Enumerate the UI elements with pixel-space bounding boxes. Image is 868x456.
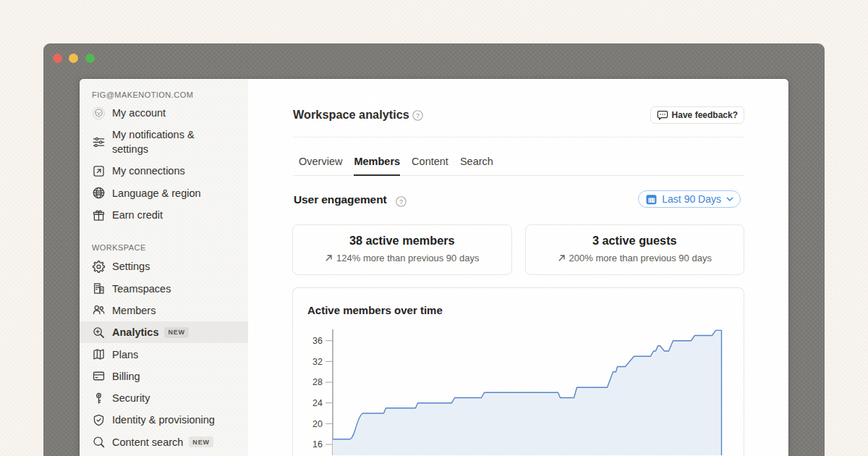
svg-text:20: 20 xyxy=(312,419,323,429)
svg-text:32: 32 xyxy=(312,357,323,367)
svg-text:?: ? xyxy=(416,112,420,119)
svg-text:36: 36 xyxy=(312,336,323,346)
svg-text:16: 16 xyxy=(312,439,323,449)
svg-text:?: ? xyxy=(399,198,403,206)
svg-text:24: 24 xyxy=(312,398,323,408)
svg-text:28: 28 xyxy=(312,377,323,387)
